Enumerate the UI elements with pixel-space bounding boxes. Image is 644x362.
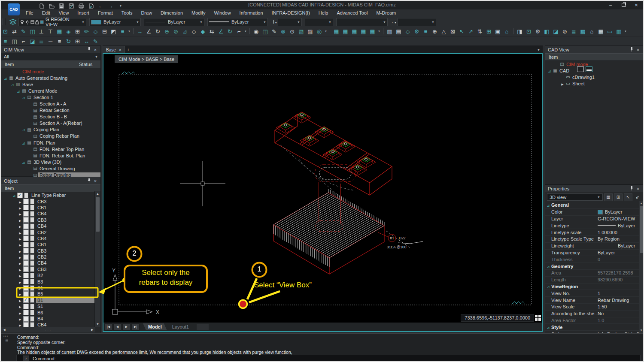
last-sheet-icon[interactable]: ▶| (131, 323, 140, 331)
property-value[interactable]: ByLayer (598, 250, 642, 255)
chevron-down-icon[interactable]: ▼ (134, 21, 139, 24)
quickbar-overflow-icon[interactable]: ▾ (118, 3, 124, 9)
cad-tool-icon[interactable]: ◆ (198, 27, 207, 36)
property-value[interactable]: 0 (598, 257, 642, 262)
cad-tool-icon[interactable]: ↻ (64, 37, 73, 45)
visibility-checkbox[interactable] (23, 229, 29, 235)
cad-tool-icon[interactable]: ✎ (19, 27, 28, 36)
property-value[interactable]: ByLayer (598, 243, 642, 248)
cad-tool-icon[interactable]: ≣ (37, 37, 46, 45)
close-icon[interactable]: × (635, 186, 641, 191)
visibility-checkbox[interactable] (23, 279, 29, 284)
cad-tool-icon[interactable]: ∠ (144, 27, 153, 36)
cad-tool-icon[interactable]: ⊟ (100, 27, 109, 36)
flash-select-icon[interactable]: ⇙ (634, 194, 641, 201)
cad-tool-icon[interactable]: ◈ (64, 27, 73, 36)
expand-arrow-icon[interactable] (18, 236, 23, 241)
cad-tool-icon[interactable]: ◫ (261, 27, 270, 36)
property-row[interactable]: Geometry (545, 263, 643, 270)
object-item[interactable]: CB2 (1, 254, 95, 260)
tree-item[interactable]: CIM mode (545, 61, 643, 67)
cad-tool-icon[interactable]: ▾ (377, 27, 381, 36)
scroll-left-icon[interactable]: ◀ (1, 328, 7, 332)
cad-tool-icon[interactable]: ▣ (493, 27, 502, 36)
expand-arrow-icon[interactable] (12, 193, 17, 198)
property-row[interactable]: ViewRegion (545, 284, 643, 290)
property-row[interactable]: Length 98290.6690 (545, 277, 643, 284)
save-icon[interactable] (58, 3, 64, 9)
menu-item[interactable]: Draw (137, 9, 156, 17)
tree-item[interactable]: Current Mode (1, 87, 100, 94)
cad-tool-icon[interactable]: ▦ (596, 27, 605, 36)
cad-tool-icon[interactable]: ▦ (332, 27, 341, 36)
cad-tool-icon[interactable]: ↻ (153, 27, 162, 36)
close-icon[interactable]: × (635, 47, 641, 52)
tree-item[interactable]: Section 1 (1, 94, 100, 100)
chevron-down-icon[interactable]: ▼ (429, 21, 434, 24)
menu-item[interactable]: INFRA-DESIGN(I) (267, 9, 314, 17)
property-row[interactable]: Thickness 0 (545, 256, 643, 263)
quick-select-icon[interactable]: ▦ (604, 193, 613, 201)
scroll-up-icon[interactable]: ▲ (639, 201, 643, 206)
menu-item[interactable]: Help (314, 9, 333, 17)
cad-tool-icon[interactable]: ⊞ (484, 27, 493, 36)
pin-icon[interactable] (629, 47, 634, 52)
menu-item[interactable]: Tools (117, 9, 137, 17)
tree-item[interactable]: 3D View (3D) (1, 159, 100, 165)
menu-item[interactable]: File (21, 9, 38, 17)
cad-tool-icon[interactable]: ⌐ (19, 37, 28, 45)
expand-arrow-icon[interactable] (21, 127, 26, 132)
command-history-icon[interactable]: ≡ (5, 337, 8, 343)
visibility-checkbox[interactable] (23, 223, 29, 229)
scroll-down-icon[interactable]: ▼ (639, 328, 643, 333)
dim-style-combo[interactable]: ▼ (305, 18, 333, 26)
property-row[interactable]: View Scale 1:50 (545, 304, 643, 311)
cad-tool-icon[interactable]: ◧ (542, 27, 551, 36)
cad-tool-icon[interactable]: ⚙ (533, 27, 542, 36)
object-item[interactable]: B4 (1, 316, 95, 322)
object-item[interactable]: CB2 (1, 229, 95, 235)
visibility-checkbox[interactable] (23, 217, 29, 223)
export-icon[interactable] (88, 3, 94, 9)
property-row[interactable]: Lineweight ByLayer (545, 243, 643, 250)
cad-tool-icon[interactable]: ▦ (341, 27, 350, 36)
mline-style-icon[interactable]: ⌐▾ (391, 20, 398, 24)
pick-cursor-icon[interactable]: ↖ (624, 193, 632, 201)
menu-item[interactable]: M-Dream (372, 9, 400, 17)
property-row[interactable]: According to the she... No (545, 311, 643, 317)
cad-tool-icon[interactable]: △ (439, 27, 448, 36)
cad-tool-icon[interactable]: ⊙ (288, 27, 297, 36)
property-value[interactable]: ByLayer (598, 209, 642, 214)
column-item[interactable]: Item (1, 62, 79, 67)
cad-tool-icon[interactable]: ⊗ (279, 27, 288, 36)
cad-tool-icon[interactable]: ⊤ (46, 27, 55, 36)
close-icon[interactable]: × (93, 178, 98, 184)
object-item[interactable]: CB4 (1, 260, 95, 266)
expand-arrow-icon[interactable] (18, 304, 23, 309)
tree-item[interactable]: Coping Rebar Plan (1, 133, 100, 139)
cad-tool-icon[interactable]: → (135, 27, 144, 36)
menu-item[interactable]: Modify (187, 9, 210, 17)
visibility-checkbox[interactable] (23, 316, 29, 322)
expand-arrow-icon[interactable] (18, 254, 23, 259)
object-item[interactable]: CB3 (1, 266, 95, 272)
cad-tool-icon[interactable]: ⚙ (412, 27, 421, 36)
first-sheet-icon[interactable]: |◀ (104, 323, 112, 331)
expand-arrow-icon[interactable] (18, 230, 23, 235)
viewport-grid-icon[interactable] (535, 315, 541, 321)
cad-tool-icon[interactable]: ◩ (109, 27, 118, 36)
tree-item[interactable]: Rebar Section (1, 107, 100, 114)
visibility-checkbox[interactable] (23, 211, 29, 217)
chevron-down-icon[interactable]: ▼ (261, 21, 266, 24)
tree-item[interactable]: General Drawing (1, 165, 100, 172)
expand-arrow-icon[interactable] (18, 285, 23, 290)
expand-arrow-icon[interactable] (18, 291, 23, 296)
scroll-down-icon[interactable]: ▼ (95, 322, 100, 327)
close-icon[interactable]: × (93, 47, 98, 52)
visibility-checkbox[interactable] (23, 273, 29, 278)
cad-tool-icon[interactable]: ◪ (28, 37, 37, 45)
chevron-down-icon[interactable]: ▼ (197, 21, 203, 24)
pin-icon[interactable] (629, 186, 634, 191)
menu-item[interactable]: View (55, 9, 73, 17)
cad-tool-icon[interactable]: ⊡ (1, 27, 10, 36)
